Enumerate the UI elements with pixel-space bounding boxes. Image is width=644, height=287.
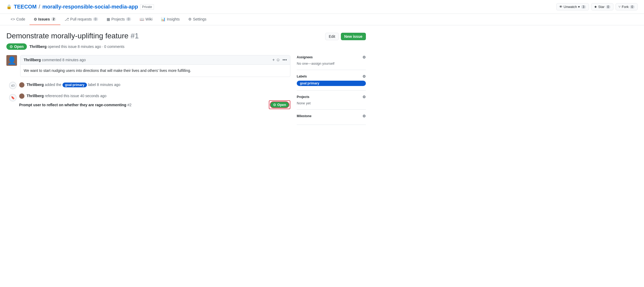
tab-wiki-label: Wiki: [145, 17, 152, 21]
ref-issue-title: Prompt user to reflect on whether they a…: [19, 103, 126, 107]
tab-settings-label: Settings: [193, 17, 207, 21]
timeline-label-content: Thrillberg added the goal:primary label …: [19, 81, 120, 88]
sidebar-labels-header: Labels ⚙: [297, 74, 366, 79]
tab-projects[interactable]: ▦ Projects 0: [102, 14, 135, 25]
settings-icon: ⚙: [188, 17, 192, 21]
repo-actions: 👁 Unwatch ▾ 3 ★ Star 0 ⑂ Fork 0: [556, 3, 638, 10]
tab-pull-requests[interactable]: ⎇ Pull requests 0: [60, 14, 102, 25]
ref-row: Prompt user to reflect on whether they a…: [19, 100, 290, 109]
edit-button[interactable]: Edit: [325, 33, 338, 40]
issue-dot-sep: ·: [102, 44, 104, 49]
unwatch-label: Unwatch: [564, 5, 577, 9]
assignees-gear-icon[interactable]: ⚙: [362, 55, 366, 59]
issue-meta-description: Thrillberg opened this issue 8 minutes a…: [30, 44, 124, 49]
tab-settings[interactable]: ⚙ Settings: [184, 14, 211, 25]
comment-block: Thrillberg commented 8 minutes ago + ☺ •…: [6, 55, 290, 77]
issue-body: Thrillberg commented 8 minutes ago + ☺ •…: [6, 55, 366, 125]
issue-status-text: Open: [14, 44, 24, 49]
chevron-down-icon: ▾: [578, 5, 580, 9]
comment-header: Thrillberg commented 8 minutes ago + ☺ •…: [20, 55, 290, 65]
unwatch-button[interactable]: 👁 Unwatch ▾ 3: [556, 3, 589, 10]
insights-icon: 📊: [161, 17, 165, 21]
issue-author: Thrillberg: [30, 44, 47, 49]
issue-main-column: Thrillberg commented 8 minutes ago + ☺ •…: [6, 55, 290, 125]
main-content: Demonstrate morally-uplifting feature #1…: [0, 25, 372, 131]
issue-title-text: Demonstrate morally-uplifting feature: [6, 32, 128, 40]
ref-issue-number: #2: [127, 103, 132, 107]
tab-projects-label: Projects: [111, 17, 125, 21]
sidebar-projects-section: Projects ⚙ None yet: [297, 91, 366, 110]
sidebar-projects-header: Projects ⚙: [297, 95, 366, 99]
reference-event-icon: 🔖: [9, 94, 16, 101]
comment-header-actions: + ☺ •••: [272, 58, 287, 62]
repo-name-link[interactable]: morally-responsible-social-media-app: [42, 4, 138, 10]
ref-avatar: [19, 93, 24, 99]
timeline-label-suffix: label 8 minutes ago: [88, 83, 120, 87]
repo-title: 🔒 TEECOM / morally-responsible-social-me…: [6, 4, 154, 10]
sidebar-labels-section: Labels ⚙ goal:primary: [297, 70, 366, 91]
wiki-icon: 📖: [140, 17, 144, 21]
lock-icon: 🔒: [6, 4, 12, 9]
pr-icon: ⎇: [65, 17, 69, 21]
tab-wiki[interactable]: 📖 Wiki: [135, 14, 157, 25]
sidebar-milestone-title: Milestone: [297, 114, 311, 118]
tab-projects-count: 0: [126, 17, 131, 21]
labels-gear-icon[interactable]: ⚙: [362, 74, 366, 79]
sidebar-assignees-title: Assignees: [297, 55, 313, 59]
private-badge: Private: [140, 4, 154, 10]
fork-label: Fork: [622, 5, 629, 9]
comment-header-info: Thrillberg commented 8 minutes ago: [24, 58, 86, 62]
timeline-label-author: Thrillberg: [27, 83, 44, 87]
tab-insights[interactable]: 📊 Insights: [157, 14, 184, 25]
ref-author: Thrillberg: [27, 94, 44, 98]
tab-issues[interactable]: ⊙ Issues 2: [30, 14, 60, 25]
sidebar-milestone-header: Milestone ⚙: [297, 114, 366, 118]
issue-number: #1: [131, 32, 139, 40]
reference-content: Thrillberg referenced this issue 40 seco…: [19, 93, 290, 109]
tab-issues-count: 2: [51, 17, 56, 21]
sidebar-projects-title: Projects: [297, 95, 309, 99]
tab-code[interactable]: <> Code: [6, 14, 30, 25]
issue-status-badge: ⊙ Open: [6, 43, 27, 50]
tab-code-label: Code: [16, 17, 25, 21]
avatar-face: [6, 55, 17, 66]
labels-value: goal:primary: [297, 81, 366, 86]
comment-card: Thrillberg commented 8 minutes ago + ☺ •…: [20, 55, 290, 77]
issue-title-actions: Edit New issue: [325, 33, 366, 40]
sidebar-milestone-section: Milestone ⚙: [297, 110, 366, 125]
add-reaction-button[interactable]: + ☺: [272, 58, 280, 62]
new-issue-button[interactable]: New issue: [341, 33, 366, 40]
issue-time: 8 minutes ago: [78, 44, 101, 49]
label-event-icon: 🏷: [9, 82, 16, 89]
sidebar-goal-primary-badge: goal:primary: [297, 81, 366, 86]
assignees-value: No one—assign yourself: [297, 61, 366, 65]
open-circle-icon: ⊙: [10, 44, 13, 49]
star-icon: ★: [594, 5, 597, 9]
issue-title-area: Demonstrate morally-uplifting feature #1…: [6, 32, 366, 40]
sidebar-assignees-section: Assignees ⚙ No one—assign yourself: [297, 55, 366, 70]
timeline-avatar-thrillberg: [19, 82, 24, 88]
star-button[interactable]: ★ Star 0: [591, 3, 614, 10]
projects-gear-icon[interactable]: ⚙: [362, 95, 366, 99]
issue-comments-count: 0 comments: [104, 44, 124, 49]
tab-pr-count: 0: [93, 17, 98, 21]
tab-insights-label: Insights: [167, 17, 179, 21]
sidebar-labels-title: Labels: [297, 75, 307, 78]
ref-status-badge: ⊙ Open: [270, 101, 289, 108]
org-name-link[interactable]: TEECOM: [14, 4, 37, 10]
projects-icon: ▦: [107, 17, 110, 21]
tab-pr-label: Pull requests: [70, 17, 92, 21]
issues-icon: ⊙: [34, 17, 37, 21]
fork-count: 0: [630, 5, 635, 9]
star-label: Star: [598, 5, 605, 9]
eye-icon: 👁: [559, 5, 563, 9]
repo-separator: /: [39, 4, 40, 10]
comment-author: Thrillberg: [24, 58, 41, 62]
ref-action: referenced this issue 40 seconds ago: [45, 94, 106, 98]
milestone-gear-icon[interactable]: ⚙: [362, 114, 366, 118]
timeline-label-action: added the: [45, 83, 62, 87]
fork-button[interactable]: ⑂ Fork 0: [616, 3, 638, 10]
more-options-button[interactable]: •••: [282, 58, 287, 62]
comment-verb: commented: [42, 58, 62, 62]
comment-body: We want to start nudging users into dire…: [20, 65, 290, 77]
